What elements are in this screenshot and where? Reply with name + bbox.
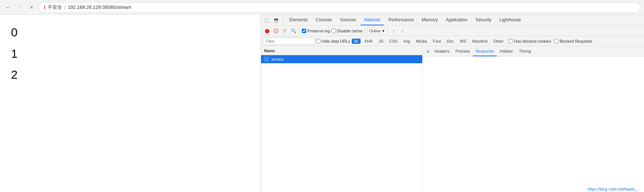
filter-type-doc[interactable]: Doc: [445, 39, 456, 44]
throttle-dropdown-icon: ▼: [381, 29, 386, 33]
devtools-icons: ⬚ ⬒: [263, 16, 283, 24]
filter-type-other[interactable]: Other: [491, 39, 506, 44]
export-button[interactable]: ↓: [399, 27, 406, 35]
stream-number-2: 2: [11, 64, 250, 86]
network-list-rows[interactable]: stream: [261, 55, 422, 192]
preserve-log-checkbox[interactable]: Preserve log: [302, 29, 330, 33]
tab-memory[interactable]: Memory: [418, 15, 441, 25]
insecure-icon: ℹ: [44, 5, 46, 10]
tab-elements[interactable]: Elements: [286, 15, 311, 25]
back-button[interactable]: ←: [4, 3, 12, 12]
stream-number-1: 1: [11, 43, 250, 65]
detail-close-button[interactable]: ×: [424, 48, 431, 55]
online-label: Online: [369, 29, 381, 33]
tab-network[interactable]: Network: [361, 15, 384, 25]
devtools-tabbar: ⬚ ⬒ Elements Console Sources Network Per…: [261, 15, 644, 26]
filter-input[interactable]: [263, 38, 315, 45]
filter-type-all[interactable]: All: [352, 39, 361, 44]
has-blocked-cookies-checkbox[interactable]: Has blocked cookies: [509, 39, 551, 43]
blocked-requests-checkbox[interactable]: Blocked Requests: [554, 39, 592, 43]
tab-lighthouse[interactable]: Lighthouse: [496, 15, 525, 25]
upload-download-controls: ↑ ↓: [390, 27, 406, 35]
filter-type-media[interactable]: Media: [414, 39, 429, 44]
reload-button[interactable]: ×: [27, 3, 36, 12]
stream-number-0: 0: [11, 22, 250, 43]
device-toolbar-icon[interactable]: ⬒: [272, 16, 280, 24]
detail-tab-timing[interactable]: Timing: [516, 47, 534, 56]
filter-type-ws[interactable]: WS: [457, 39, 468, 44]
detail-tab-headers[interactable]: Headers: [431, 47, 453, 56]
inspect-icon[interactable]: ⬚: [263, 16, 271, 24]
filter-type-js[interactable]: JS: [376, 39, 386, 44]
network-row-stream[interactable]: stream: [261, 55, 422, 63]
import-button[interactable]: ↑: [390, 27, 398, 35]
disable-cache-input[interactable]: [332, 29, 336, 33]
network-list-header: Name: [261, 46, 422, 55]
tab-sources[interactable]: Sources: [336, 15, 360, 25]
disable-cache-label: Disable cache: [337, 29, 362, 33]
filter-button[interactable]: ▽: [281, 27, 288, 35]
name-column-header: Name: [264, 49, 275, 53]
throttle-select[interactable]: Online ▼: [367, 28, 387, 34]
separator-2: [365, 28, 365, 34]
network-list-pane: Name stream: [261, 46, 423, 192]
row-name-stream: stream: [271, 57, 284, 61]
filter-type-manifest[interactable]: Manifest: [470, 39, 490, 44]
detail-content: [423, 57, 644, 192]
bottom-status-link: https://blog.csdn.net/baidu_...: [587, 187, 640, 191]
detail-tab-initiator[interactable]: Initiator: [497, 47, 516, 56]
filter-type-img[interactable]: Img: [401, 39, 412, 44]
row-file-icon: [264, 57, 269, 62]
devtools-panel: ⬚ ⬒ Elements Console Sources Network Per…: [261, 15, 644, 192]
filter-type-font[interactable]: Font: [431, 39, 443, 44]
detail-tab-preview[interactable]: Preview: [453, 47, 473, 56]
has-blocked-cookies-label: Has blocked cookies: [514, 39, 551, 43]
blocked-requests-label: Blocked Requests: [560, 39, 592, 43]
preserve-log-input[interactable]: [302, 29, 306, 33]
status-link-text: https://blog.csdn.net/baidu_...: [587, 187, 640, 191]
tab-security[interactable]: Security: [472, 15, 495, 25]
record-button[interactable]: ⬤: [263, 27, 271, 35]
url-separator: |: [64, 4, 65, 10]
disable-cache-checkbox[interactable]: Disable cache: [332, 29, 362, 33]
has-blocked-cookies-input[interactable]: [509, 39, 513, 43]
hide-data-urls-label: Hide data URLs: [322, 39, 350, 43]
network-detail-pane: × Headers Preview Response Initiator Tim…: [423, 46, 644, 192]
insecure-label: 不安全: [48, 4, 62, 11]
tab-application[interactable]: Application: [442, 15, 471, 25]
address-bar[interactable]: ℹ 不安全 | 192.168.26.129:38080/stream: [39, 2, 640, 13]
tab-console[interactable]: Console: [312, 15, 336, 25]
page-content: 0 1 2: [0, 15, 261, 192]
forward-button[interactable]: →: [15, 3, 24, 12]
hide-data-urls-checkbox[interactable]: Hide data URLs: [316, 39, 350, 43]
separator-1: [299, 28, 300, 34]
browser-chrome: ← → × ℹ 不安全 | 192.168.26.129:38080/strea…: [0, 0, 644, 15]
url-text: 192.168.26.129:38080/stream: [68, 4, 131, 10]
filter-type-css[interactable]: CSS: [387, 39, 400, 44]
detail-tab-response[interactable]: Response: [473, 47, 497, 56]
filter-type-xhr[interactable]: XHR: [362, 39, 375, 44]
detail-tabs: × Headers Preview Response Initiator Tim…: [423, 46, 644, 57]
preserve-log-label: Preserve log: [307, 29, 330, 33]
hide-data-urls-input[interactable]: [316, 39, 321, 43]
blocked-requests-input[interactable]: [554, 39, 558, 43]
tab-performance[interactable]: Performance: [385, 15, 417, 25]
search-button[interactable]: 🔍: [290, 27, 297, 35]
devtools-filter-bar: Hide data URLs All XHR JS CSS Img Media …: [261, 36, 644, 46]
devtools-body: Name stream × Headers Preview Response I…: [261, 46, 644, 192]
clear-button[interactable]: 🚫: [272, 27, 279, 35]
devtools-controls: ⬤ 🚫 ▽ 🔍 Preserve log Disable cache Onlin…: [261, 26, 644, 36]
